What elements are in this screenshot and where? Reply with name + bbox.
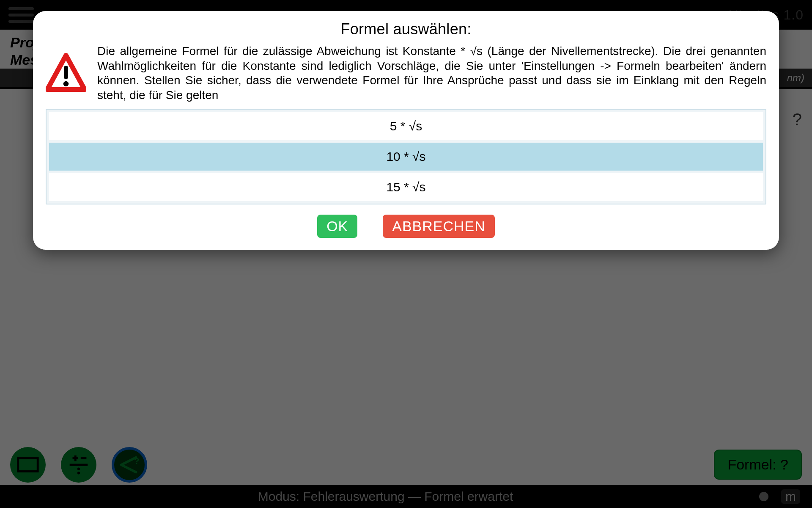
dialog-body: Die allgemeine Formel für die zulässige … (46, 44, 766, 103)
formula-option-0[interactable]: 5 * √s (49, 112, 763, 140)
formula-dialog: Formel auswählen: Die allgemeine Formel … (33, 11, 779, 250)
dialog-actions: OK ABBRECHEN (46, 215, 766, 238)
warning-icon (46, 53, 86, 94)
formula-option-2[interactable]: 15 * √s (49, 173, 763, 201)
dialog-text: Die allgemeine Formel für die zulässige … (97, 44, 766, 103)
dialog-title: Formel auswählen: (46, 20, 766, 38)
cancel-button[interactable]: ABBRECHEN (383, 215, 495, 238)
formula-option-1[interactable]: 10 * √s (49, 143, 763, 171)
ok-button[interactable]: OK (317, 215, 357, 238)
svg-rect-9 (64, 66, 68, 79)
svg-point-10 (63, 81, 69, 86)
formula-option-list: 5 * √s 10 * √s 15 * √s (46, 109, 766, 204)
